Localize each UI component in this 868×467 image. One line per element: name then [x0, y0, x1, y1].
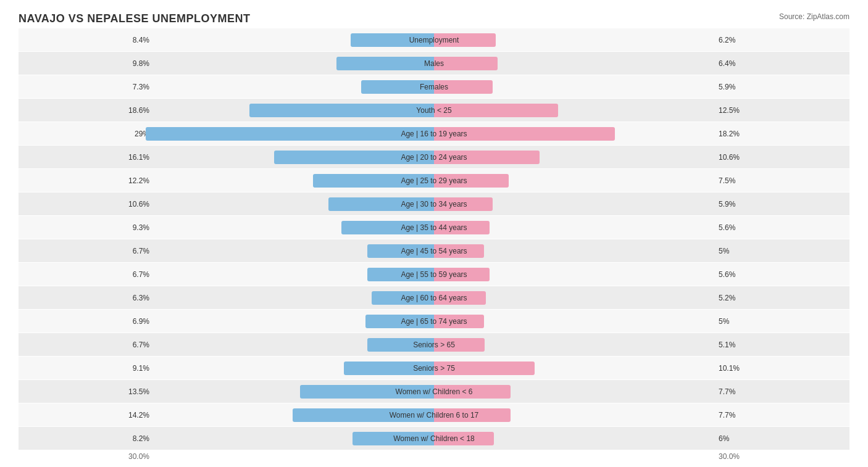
navajo-value: 9.1% — [19, 364, 154, 373]
axis-labels: 30.0% 30.0% — [19, 452, 849, 461]
navajo-bar — [146, 127, 434, 141]
nepalese-value: 18.2% — [714, 130, 849, 138]
row-label: Females — [420, 83, 448, 91]
bars-area: Age | 25 to 29 years — [154, 169, 714, 192]
chart-row: 6.7% Age | 55 to 59 years 5.6% — [19, 263, 849, 286]
nepalese-value: 6.4% — [714, 59, 849, 68]
row-label: Women w/ Children < 6 — [396, 387, 473, 396]
row-label: Males — [424, 59, 444, 68]
row-label: Women w/ Children < 18 — [393, 434, 475, 443]
nepalese-value: 7.7% — [714, 387, 849, 396]
chart-row: 16.1% Age | 20 to 24 years 10.6% — [19, 146, 849, 168]
navajo-value: 6.7% — [19, 247, 154, 255]
bars-area: Age | 35 to 44 years — [154, 216, 714, 239]
row-label: Age | 30 to 34 years — [401, 200, 467, 209]
navajo-value: 29% — [19, 130, 154, 138]
nepalese-value: 5.6% — [714, 270, 849, 279]
navajo-value: 6.7% — [19, 341, 154, 349]
chart-container: NAVAJO VS NEPALESE UNEMPLOYMENT Source: … — [0, 0, 868, 467]
chart-row: 6.9% Age | 65 to 74 years 5% — [19, 310, 849, 333]
axis-left-label: 30.0% — [19, 452, 154, 461]
navajo-bar-container — [249, 102, 434, 118]
chart-row: 10.6% Age | 30 to 34 years 5.9% — [19, 192, 849, 215]
chart-row: 14.2% Women w/ Children 6 to 17 7.7% — [19, 403, 849, 426]
row-label: Age | 65 to 74 years — [401, 317, 467, 326]
chart-row: 6.7% Seniors > 65 5.1% — [19, 333, 849, 356]
chart-row: 9.8% Males 6.4% — [19, 52, 849, 75]
row-label: Youth < 25 — [416, 106, 451, 115]
nepalese-value: 10.6% — [714, 153, 849, 162]
chart-row: 18.6% Youth < 25 12.5% — [19, 99, 849, 122]
navajo-value: 9.3% — [19, 223, 154, 232]
nepalese-value: 10.1% — [714, 364, 849, 373]
row-label: Age | 60 to 64 years — [401, 294, 467, 302]
row-label: Age | 25 to 29 years — [401, 176, 467, 185]
bars-area: Age | 60 to 64 years — [154, 286, 714, 309]
bars-area: Women w/ Children < 18 — [154, 427, 714, 450]
bars-area: Youth < 25 — [154, 99, 714, 122]
chart-row: 13.5% Women w/ Children < 6 7.7% — [19, 380, 849, 403]
navajo-bar — [249, 104, 434, 117]
nepalese-value: 5.9% — [714, 200, 849, 209]
nepalese-value: 5.1% — [714, 341, 849, 349]
bars-area: Unemployment — [154, 28, 714, 51]
navajo-value: 18.6% — [19, 106, 154, 115]
navajo-bar — [336, 57, 434, 70]
navajo-value: 8.4% — [19, 36, 154, 44]
chart-row: 9.1% Seniors > 75 10.1% — [19, 357, 849, 379]
nepalese-bar — [434, 104, 558, 117]
chart-row: 8.2% Women w/ Children < 18 6% — [19, 427, 849, 450]
bars-area: Females — [154, 75, 714, 98]
bars-area: Age | 16 to 19 years — [154, 122, 714, 145]
row-label: Age | 55 to 59 years — [401, 270, 467, 279]
chart-row: 29% Age | 16 to 19 years 18.2% — [19, 122, 849, 145]
bars-area: Age | 55 to 59 years — [154, 263, 714, 286]
chart-row: 8.4% Unemployment 6.2% — [19, 28, 849, 51]
chart-row: 9.3% Age | 35 to 44 years 5.6% — [19, 216, 849, 239]
row-label: Women w/ Children 6 to 17 — [390, 411, 479, 419]
navajo-value: 10.6% — [19, 200, 154, 209]
chart-row: 7.3% Females 5.9% — [19, 75, 849, 98]
chart-area: 8.4% Unemployment 6.2% 9.8% Males 6.4% 7… — [19, 28, 849, 450]
row-label: Age | 35 to 44 years — [401, 223, 467, 232]
chart-row: 12.2% Age | 25 to 29 years 7.5% — [19, 169, 849, 192]
row-label: Seniors > 65 — [413, 341, 455, 349]
navajo-value: 14.2% — [19, 411, 154, 419]
bars-area: Women w/ Children < 6 — [154, 380, 714, 403]
chart-row: 6.3% Age | 60 to 64 years 5.2% — [19, 286, 849, 309]
bars-area: Age | 65 to 74 years — [154, 310, 714, 333]
nepalese-value: 5% — [714, 317, 849, 326]
nepalese-value: 6.2% — [714, 36, 849, 44]
nepalese-value: 7.7% — [714, 411, 849, 419]
navajo-value: 16.1% — [19, 153, 154, 162]
nepalese-value: 5.9% — [714, 83, 849, 91]
navajo-value: 12.2% — [19, 176, 154, 185]
bars-area: Seniors > 65 — [154, 333, 714, 356]
navajo-value: 6.9% — [19, 317, 154, 326]
axis-right-label: 30.0% — [714, 452, 849, 461]
row-label: Age | 45 to 54 years — [401, 247, 467, 255]
navajo-bar-container — [146, 125, 434, 142]
navajo-value: 9.8% — [19, 59, 154, 68]
bars-area: Age | 20 to 24 years — [154, 146, 714, 168]
navajo-value: 7.3% — [19, 83, 154, 91]
navajo-value: 13.5% — [19, 387, 154, 396]
chart-source: Source: ZipAtlas.com — [779, 12, 849, 21]
nepalese-bar-container — [434, 102, 558, 118]
chart-row: 6.7% Age | 45 to 54 years 5% — [19, 239, 849, 262]
row-label: Age | 16 to 19 years — [401, 130, 467, 138]
axis-center — [154, 452, 714, 461]
bars-area: Age | 45 to 54 years — [154, 239, 714, 262]
navajo-value: 6.3% — [19, 294, 154, 302]
nepalese-value: 5.2% — [714, 294, 849, 302]
chart-title: NAVAJO VS NEPALESE UNEMPLOYMENT — [19, 12, 251, 25]
row-label: Seniors > 75 — [413, 364, 455, 373]
nepalese-value: 7.5% — [714, 176, 849, 185]
row-label: Age | 20 to 24 years — [401, 153, 467, 162]
bars-area: Seniors > 75 — [154, 357, 714, 379]
row-label: Unemployment — [409, 36, 459, 44]
navajo-value: 8.2% — [19, 434, 154, 443]
bars-area: Males — [154, 52, 714, 75]
bars-area: Women w/ Children 6 to 17 — [154, 403, 714, 426]
nepalese-value: 6% — [714, 434, 849, 443]
